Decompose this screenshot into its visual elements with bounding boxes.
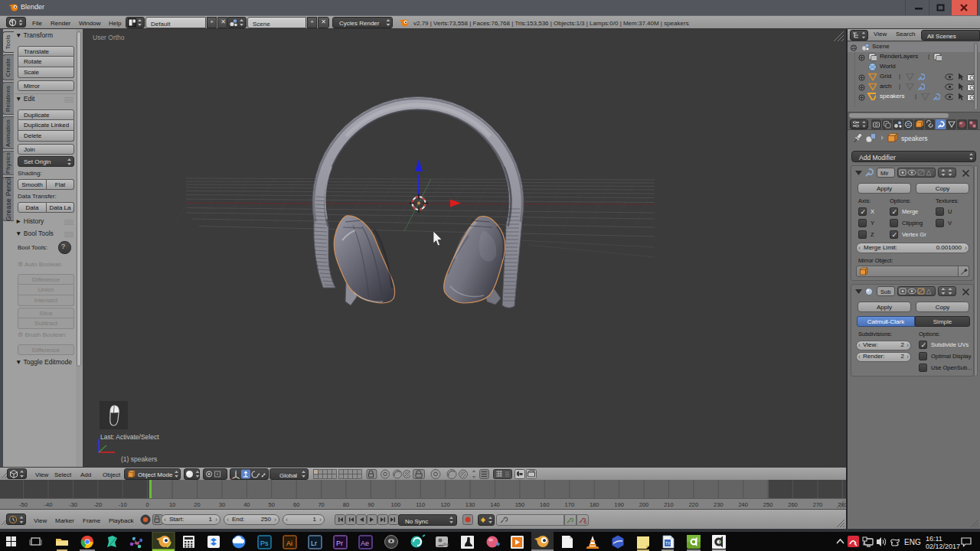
svg-text:P: P bbox=[863, 542, 866, 546]
svg-text:02/12/2017: 02/12/2017 bbox=[926, 543, 960, 550]
svg-text:TXT: TXT bbox=[665, 541, 672, 546]
svg-text:Ai: Ai bbox=[286, 540, 292, 547]
svg-text:Pr: Pr bbox=[336, 540, 343, 547]
svg-text:Ps: Ps bbox=[260, 540, 269, 547]
svg-text:dia: dia bbox=[443, 542, 449, 546]
svg-text:16:11: 16:11 bbox=[926, 535, 942, 543]
svg-text:Lr: Lr bbox=[311, 540, 317, 547]
svg-text:Ae: Ae bbox=[361, 540, 369, 547]
svg-text:ENG: ENG bbox=[904, 538, 921, 546]
